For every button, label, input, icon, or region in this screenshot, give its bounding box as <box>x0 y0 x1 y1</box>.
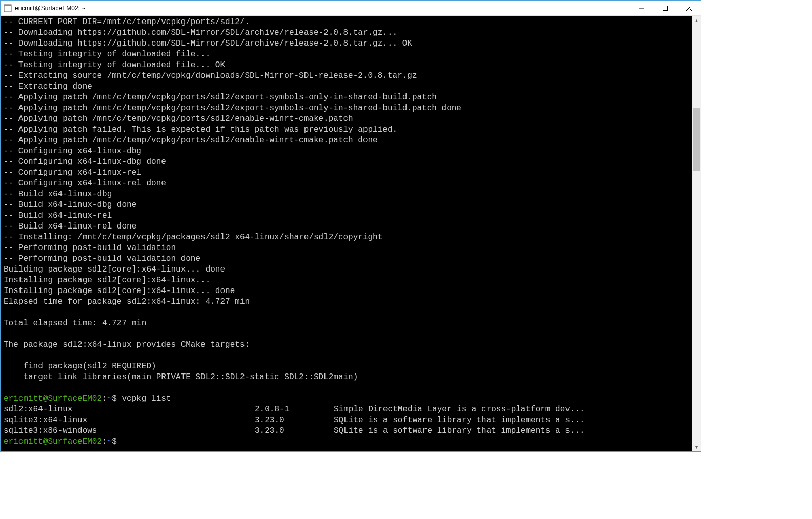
list-row: sqlite3:x86-windows3.23.0SQLite is a sof… <box>4 426 689 437</box>
output-line: -- Configuring x64-linux-dbg done <box>4 157 689 168</box>
output-line: -- Testing integrity of downloaded file.… <box>4 60 689 71</box>
scroll-thumb[interactable] <box>693 108 700 171</box>
output-line: target_link_libraries(main PRIVATE SDL2:… <box>4 372 689 383</box>
scroll-down-arrow-icon[interactable]: ▾ <box>692 443 701 451</box>
output-line: -- Installing: /mnt/c/temp/vcpkg/package… <box>4 232 689 243</box>
output-line: -- Build x64-linux-rel done <box>4 221 689 232</box>
output-line: -- Applying patch /mnt/c/temp/vcpkg/port… <box>4 114 689 124</box>
output-line: -- Applying patch /mnt/c/temp/vcpkg/port… <box>4 92 689 103</box>
prompt-path: ~ <box>107 394 112 403</box>
close-button[interactable] <box>677 1 701 15</box>
output-line: -- Build x64-linux-dbg done <box>4 200 689 211</box>
prompt-dollar: $ <box>112 394 121 403</box>
list-pkg-version: 3.23.0 <box>255 415 334 426</box>
output-line: -- Extracting source /mnt/c/temp/vcpkg/d… <box>4 71 689 81</box>
prompt-path: ~ <box>107 437 112 446</box>
output-line: -- Downloading https://github.com/SDL-Mi… <box>4 38 689 49</box>
svg-rect-1 <box>4 5 11 6</box>
output-line: -- Downloading https://github.com/SDL-Mi… <box>4 28 689 38</box>
output-line: -- Configuring x64-linux-rel done <box>4 178 689 189</box>
scroll-up-arrow-icon[interactable]: ▴ <box>692 16 701 25</box>
output-line: -- Configuring x64-linux-dbg <box>4 146 689 157</box>
list-pkg-version: 3.23.0 <box>255 426 334 437</box>
output-line: Building package sdl2[core]:x64-linux...… <box>4 264 689 275</box>
prompt-line: ericmitt@SurfaceEM02:~$ <box>4 437 689 447</box>
scroll-track[interactable] <box>692 25 701 443</box>
output-line: -- Performing post-build validation <box>4 243 689 254</box>
output-line <box>4 350 689 361</box>
list-pkg-version: 2.0.8-1 <box>255 404 334 415</box>
output-line: Elapsed time for package sdl2:x64-linux:… <box>4 297 689 307</box>
window-title: ericmitt@SurfaceEM02: ~ <box>15 5 630 12</box>
list-pkg-desc: SQLite is a software library that implem… <box>334 415 585 426</box>
output-line: The package sdl2:x64-linux provides CMak… <box>4 340 689 350</box>
terminal-body-wrap: -- CURRENT_PORT_DIR=/mnt/c/temp/vcpkg/po… <box>1 16 701 451</box>
prompt-line: ericmitt@SurfaceEM02:~$ vcpkg list <box>4 393 689 404</box>
titlebar: ericmitt@SurfaceEM02: ~ <box>1 1 701 16</box>
terminal-icon <box>4 4 12 12</box>
output-line: Total elapsed time: 4.727 min <box>4 318 689 329</box>
output-line: -- Applying patch failed. This is expect… <box>4 124 689 135</box>
output-line <box>4 329 689 340</box>
list-pkg-name: sqlite3:x86-windows <box>4 426 255 437</box>
output-line <box>4 307 689 318</box>
list-pkg-desc: SQLite is a software library that implem… <box>334 426 585 437</box>
output-line: -- Extracting done <box>4 81 689 92</box>
scrollbar[interactable]: ▴ ▾ <box>692 16 701 451</box>
list-row: sqlite3:x64-linux3.23.0SQLite is a softw… <box>4 415 689 426</box>
terminal-body[interactable]: -- CURRENT_PORT_DIR=/mnt/c/temp/vcpkg/po… <box>1 16 692 451</box>
prompt-dollar: $ <box>112 437 121 446</box>
output-line: Installing package sdl2[core]:x64-linux.… <box>4 275 689 286</box>
output-line: -- Applying patch /mnt/c/temp/vcpkg/port… <box>4 135 689 146</box>
prompt-colon: : <box>102 394 107 403</box>
list-pkg-name: sdl2:x64-linux <box>4 404 255 415</box>
maximize-button[interactable] <box>654 1 677 15</box>
output-line: -- Applying patch /mnt/c/temp/vcpkg/port… <box>4 103 689 114</box>
output-line: -- Performing post-build validation done <box>4 254 689 264</box>
prompt-user: ericmitt@SurfaceEM02 <box>4 437 102 446</box>
list-pkg-name: sqlite3:x64-linux <box>4 415 255 426</box>
terminal-window: ericmitt@SurfaceEM02: ~ -- CURRENT_PORT_… <box>0 0 701 452</box>
command-text: vcpkg list <box>121 394 171 403</box>
list-pkg-desc: Simple DirectMedia Layer is a cross-plat… <box>334 404 585 415</box>
window-controls <box>630 1 701 15</box>
output-line: -- CURRENT_PORT_DIR=/mnt/c/temp/vcpkg/po… <box>4 17 689 28</box>
output-line: -- Configuring x64-linux-rel <box>4 168 689 178</box>
output-line: -- Testing integrity of downloaded file.… <box>4 49 689 60</box>
prompt-user: ericmitt@SurfaceEM02 <box>4 394 102 403</box>
output-line: -- Build x64-linux-dbg <box>4 189 689 200</box>
output-line: Installing package sdl2[core]:x64-linux.… <box>4 286 689 297</box>
output-line: find_package(sdl2 REQUIRED) <box>4 361 689 372</box>
output-line <box>4 383 689 393</box>
prompt-colon: : <box>102 437 107 446</box>
list-row: sdl2:x64-linux2.0.8-1Simple DirectMedia … <box>4 404 689 415</box>
svg-rect-3 <box>663 6 668 10</box>
minimize-button[interactable] <box>630 1 654 15</box>
output-line: -- Build x64-linux-rel <box>4 211 689 221</box>
